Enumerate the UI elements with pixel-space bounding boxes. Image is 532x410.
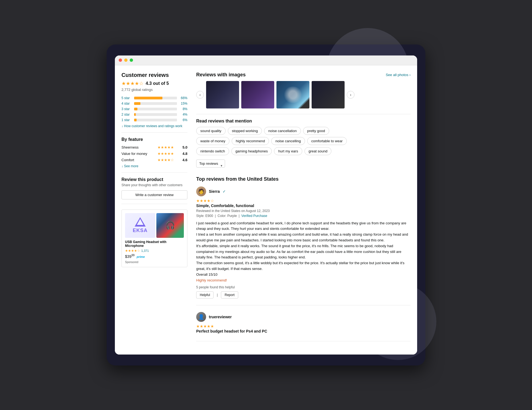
rating-bar-track-3 (134, 108, 177, 110)
overall-stars-display: ★★★★☆ (121, 80, 143, 87)
tag-comfortable-to-wear[interactable]: comfortable to wear (307, 137, 347, 145)
review-actions-1: Helpful | Report (196, 291, 411, 299)
carousel-next-button[interactable]: › (347, 91, 354, 99)
ad-logo-text: EKSA (133, 228, 148, 233)
review-images-carousel: ‹ › (196, 81, 411, 108)
close-dot[interactable] (119, 58, 122, 62)
review-image-thumbs (206, 81, 345, 108)
feature-score-comfort: 4.6 (182, 158, 187, 162)
sort-dropdown[interactable]: Top reviews Most recent Top critical (196, 160, 225, 168)
tag-gaming-headphones[interactable]: gaming headphones (231, 147, 272, 155)
rating-bars: 5 star 66% 4 star 15% 3 st (121, 96, 187, 122)
how-ratings-link[interactable]: ↓ How customer reviews and ratings work (121, 124, 187, 128)
rating-bar-pct-2: 4% (179, 113, 187, 116)
tag-waste-of-money[interactable]: waste of money (196, 137, 229, 145)
ad-stars: ★★★★☆ 1,371 (125, 249, 184, 253)
tag-noise-cancelling[interactable]: noise cancelling (271, 137, 305, 145)
prime-badge: prime (137, 255, 145, 258)
feature-score-value: 4.8 (182, 152, 187, 156)
tag-pretty-good[interactable]: pretty good (303, 127, 329, 135)
feature-name-value: Value for money (121, 152, 149, 156)
helpful-button-1[interactable]: Helpful (196, 291, 214, 299)
sidebar-divider-2 (121, 204, 187, 204)
feature-score-sheerness: 5.0 (182, 145, 187, 149)
reviewer-header-2: 👤 truereviewer (196, 312, 411, 322)
ad-block[interactable]: EKSA 🎧 USB Gaming Headset with Microphon… (121, 210, 187, 267)
rating-bar-track-4 (134, 102, 177, 105)
review-thumb-2[interactable] (241, 81, 274, 108)
mention-tags-section: Read reviews that mention sound quality … (196, 119, 411, 172)
ad-product-name: USB Gaming Headset with Microphone (125, 240, 184, 248)
top-reviews-title: Top reviews from the United States (196, 176, 411, 182)
sidebar-divider-1 (121, 132, 187, 133)
report-button-1[interactable]: Report (221, 291, 238, 299)
overall-rating: 4.3 out of 5 (146, 81, 169, 86)
review-headline-1: Simple, Comfortable, functional (196, 203, 411, 208)
ad-price-cents: 99 (131, 254, 134, 257)
ad-stars-display: ★★★★☆ (125, 249, 140, 253)
device-frame: Customer reviews ★★★★☆ 4.3 out of 5 2,77… (107, 44, 425, 366)
review-thumb-3[interactable] (276, 81, 309, 108)
reviewer-name-1: Sierra (209, 189, 220, 194)
browser-window: Customer reviews ★★★★☆ 4.3 out of 5 2,77… (115, 55, 417, 355)
tag-nintendo-switch[interactable]: nintendo switch (196, 147, 229, 155)
tag-sound-quality[interactable]: sound quality (196, 127, 226, 135)
rating-bar-label-1: 1 star (121, 118, 132, 122)
ad-images: EKSA 🎧 (125, 213, 184, 238)
overall-stars: ★★★★☆ 4.3 out of 5 (121, 80, 187, 87)
review-body-1: I just needed a good and comfortable hea… (196, 221, 411, 283)
tag-noise-cancellation[interactable]: noise cancellation (264, 127, 301, 135)
rating-bar-fill-3 (134, 108, 137, 110)
rating-bar-pct-3: 8% (179, 107, 187, 111)
rating-bar-fill-1 (134, 119, 137, 121)
rating-bar-label-5: 5 star (121, 96, 132, 100)
tag-highly-recommend[interactable]: highly recommend (232, 137, 269, 145)
page-content: Customer reviews ★★★★☆ 4.3 out of 5 2,77… (115, 65, 417, 355)
minimize-dot[interactable] (124, 58, 128, 62)
global-ratings: 2,772 global ratings (121, 88, 187, 92)
reviewer-avatar-1: 🧑 (196, 186, 206, 196)
tags-row-3: nintendo switch gaming headphones hurt m… (196, 147, 411, 155)
rating-bar-row-1[interactable]: 1 star 6% (121, 118, 187, 122)
tags-row-1: sound quality stopped working noise canc… (196, 127, 411, 135)
ad-logo: EKSA (125, 213, 155, 238)
by-feature-title: By feature (121, 137, 187, 142)
feature-row-value: Value for money ★★★★★ 4.8 (121, 152, 187, 156)
tags-row-2: waste of money highly recommend noise ca… (196, 137, 411, 145)
review-highlight-1: Highly recommend! (196, 278, 227, 282)
review-thumb-4[interactable] (312, 81, 345, 108)
feature-stars-sheerness: ★★★★★ (157, 145, 174, 149)
tag-hurt-my-ears[interactable]: hurt my ears (274, 147, 302, 155)
review-thumb-1[interactable] (206, 81, 239, 108)
tag-great-sound[interactable]: great sound (304, 147, 332, 155)
rating-bar-label-4: 4 star (121, 102, 132, 105)
rating-bar-row-3[interactable]: 3 star 8% (121, 107, 187, 111)
write-review-button[interactable]: Write a customer review (121, 190, 187, 199)
see-more-link[interactable]: ↓ See more (121, 164, 187, 168)
rating-bar-track-1 (134, 119, 177, 121)
maximize-dot[interactable] (130, 58, 133, 62)
tag-stopped-working[interactable]: stopped working (228, 127, 262, 135)
rating-bar-track-2 (134, 113, 177, 116)
rating-bar-label-2: 2 star (121, 113, 132, 116)
feature-stars-value: ★★★★★ (157, 152, 174, 156)
sort-wrapper[interactable]: Top reviews Most recent Top critical (196, 160, 225, 172)
ad-price: $3999 prime (125, 254, 184, 259)
review-product-title: Review this product (121, 177, 187, 182)
sponsored-text: Sponsored (125, 261, 184, 264)
rating-bar-row-2[interactable]: 2 star 4% (121, 113, 187, 116)
ad-product-image: 🎧 (156, 213, 184, 238)
rating-bar-fill-2 (134, 113, 136, 116)
rating-bar-row-4[interactable]: 4 star 15% (121, 102, 187, 105)
review-helpful-1: 5 people found this helpful (196, 285, 411, 289)
rating-bar-row-5[interactable]: 5 star 66% (121, 96, 187, 100)
carousel-prev-button[interactable]: ‹ (196, 91, 204, 99)
review-stars-2: ★★★★★ (196, 324, 411, 328)
rating-bar-pct-4: 15% (179, 102, 187, 105)
feature-stars-comfort: ★★★★☆ (157, 158, 174, 162)
ad-rating-count: 1,371 (141, 249, 149, 252)
main-content: Reviews with images See all photos › ‹ › (196, 72, 411, 348)
see-all-photos-link[interactable]: See all photos › (386, 73, 411, 77)
rating-bar-fill-4 (134, 102, 140, 105)
review-style-1: Style: E900 | Color: Purple | Verified P… (196, 214, 411, 218)
